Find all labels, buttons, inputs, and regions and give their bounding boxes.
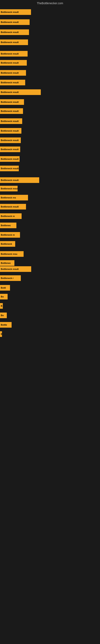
bar-item-2: Bottleneck result <box>0 30 29 35</box>
bar-item-12: Bottleneck result <box>0 128 21 134</box>
bar-item-32: Bo <box>0 312 7 318</box>
bar-item-19: Bottleneck res <box>0 195 28 200</box>
bar-item-22: Bottlenec <box>0 222 16 228</box>
bar-label-32: Bo <box>1 314 4 316</box>
bar-item-1: Bottleneck result <box>0 19 30 25</box>
bar-label-28: Bottleneck r <box>1 277 14 279</box>
bar-label-4: Bottleneck result <box>1 52 19 55</box>
bar-item-33: Bottle <box>0 322 12 328</box>
bar-item-0: Bottleneck result <box>0 9 31 15</box>
bar-item-34: B <box>0 331 2 337</box>
bar-label-31: B <box>1 305 2 307</box>
bar-item-4: Bottleneck result <box>0 51 28 56</box>
bar-item-21: Bottleneck re <box>0 213 22 219</box>
bar-label-15: Bottleneck result <box>1 158 19 160</box>
bar-item-25: Bottleneck resu <box>0 251 24 257</box>
bar-item-29: Bottl <box>0 285 10 290</box>
bar-label-33: Bottle <box>1 324 7 326</box>
bar-item-23: Bottleneck re <box>0 232 20 238</box>
bar-item-9: Bottleneck result <box>0 99 24 105</box>
bar-item-30: Bo <box>0 294 8 300</box>
bar-item-18: Bottleneck result <box>0 186 18 192</box>
site-title: TheBottlenecker.com <box>0 0 100 6</box>
bar-label-10: Bottleneck result <box>1 110 19 112</box>
chart-area: Bottleneck resultBottleneck resultBottle… <box>0 6 100 642</box>
bar-label-18: Bottleneck result <box>1 187 18 190</box>
bar-item-15: Bottleneck result <box>0 156 20 162</box>
bar-item-20: Bottleneck result <box>0 204 26 210</box>
bar-label-2: Bottleneck result <box>1 31 19 34</box>
bar-item-27: Bottleneck result <box>0 266 31 272</box>
bar-label-19: Bottleneck res <box>1 196 16 199</box>
bar-label-8: Bottleneck result <box>1 91 19 94</box>
bar-item-17: Bottleneck result <box>0 177 39 183</box>
bar-item-5: Bottleneck result <box>0 60 27 66</box>
bar-item-13: Bottleneck result <box>0 138 21 143</box>
bar-label-20: Bottleneck result <box>1 206 19 208</box>
bar-item-6: Bottleneck result <box>0 70 26 76</box>
bar-label-14: Bottleneck result <box>1 148 19 150</box>
bar-label-34: B <box>1 333 2 335</box>
bar-label-29: Bottl <box>1 286 6 289</box>
bar-label-23: Bottleneck re <box>1 234 15 236</box>
bar-label-21: Bottleneck re <box>1 215 15 217</box>
bar-label-25: Bottleneck resu <box>1 253 17 255</box>
bar-label-16: Bottleneck result <box>1 167 19 170</box>
bar-item-10: Bottleneck result <box>0 108 23 114</box>
bar-label-30: Bo <box>1 296 4 298</box>
bar-label-12: Bottleneck result <box>1 130 19 132</box>
bar-item-31: B <box>0 303 3 309</box>
bar-label-3: Bottleneck result <box>1 41 19 44</box>
bar-label-5: Bottleneck result <box>1 62 19 64</box>
bar-label-11: Bottleneck result <box>1 120 19 122</box>
bar-label-1: Bottleneck result <box>1 21 19 23</box>
bar-label-0: Bottleneck result <box>1 11 19 13</box>
bar-label-13: Bottleneck result <box>1 139 19 142</box>
bar-label-27: Bottleneck result <box>1 268 19 270</box>
bar-label-9: Bottleneck result <box>1 101 19 103</box>
bar-label-26: Bottlenec <box>1 262 11 264</box>
bar-label-24: Bottleneck <box>1 243 12 245</box>
bar-item-16: Bottleneck result <box>0 166 19 171</box>
bar-label-22: Bottlenec <box>1 224 11 226</box>
bar-label-17: Bottleneck result <box>1 179 19 181</box>
bar-item-3: Bottleneck result <box>0 40 28 45</box>
bar-item-26: Bottlenec <box>0 260 14 266</box>
bar-item-11: Bottleneck result <box>0 118 22 124</box>
bar-item-24: Bottleneck <box>0 241 15 247</box>
bar-item-14: Bottleneck result <box>0 146 20 152</box>
bar-item-8: Bottleneck result <box>0 89 41 95</box>
bar-label-6: Bottleneck result <box>1 72 19 74</box>
bar-item-28: Bottleneck r <box>0 275 21 281</box>
bar-item-7: Bottleneck result <box>0 80 25 85</box>
bar-label-7: Bottleneck result <box>1 81 19 84</box>
